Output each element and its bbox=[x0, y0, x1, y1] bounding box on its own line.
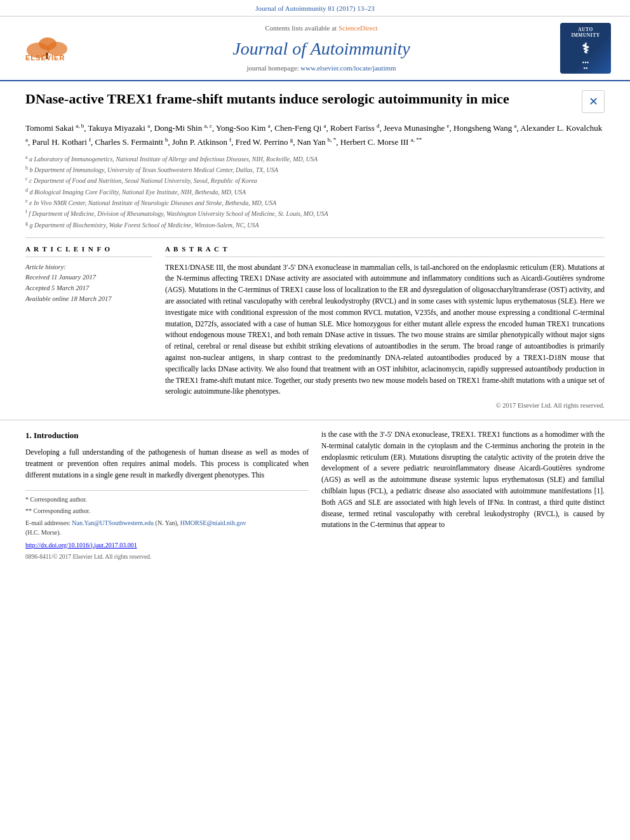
journal-homepage-link[interactable]: www.elsevier.com/locate/jautimm bbox=[300, 64, 396, 72]
sciencedirect-link[interactable]: ScienceDirect bbox=[338, 24, 378, 32]
introduction-section: 1. Introduction Developing a full unders… bbox=[0, 429, 630, 562]
intro-paragraph-left: Developing a full understanding of the p… bbox=[25, 447, 309, 481]
article-info-heading: A R T I C L E I N F O bbox=[25, 244, 152, 257]
svg-text:ELSEVIER: ELSEVIER bbox=[25, 54, 65, 61]
section-divider bbox=[0, 420, 630, 420]
footnote-emails: E-mail addresses: Nan.Yan@UTSouthwestern… bbox=[25, 518, 309, 538]
doi-line: http://dx.doi.org/10.1016/j.jaut.2017.03… bbox=[25, 540, 309, 550]
badge-icon: ⚕ bbox=[582, 39, 589, 59]
authors-line: Tomomi Sakai a, b, Takuya Miyazaki a, Do… bbox=[25, 121, 605, 150]
abstract-heading: A B S T R A C T bbox=[165, 244, 605, 257]
email-hmorse-link[interactable]: HMORSE@niaid.nih.gov bbox=[180, 519, 246, 526]
footnotes: * Corresponding author. ** Corresponding… bbox=[25, 490, 309, 538]
article-info-column: A R T I C L E I N F O Article history: R… bbox=[25, 244, 152, 411]
autoimmunity-badge-area: AUTOIMMUNITY ⚕ ●●●●● bbox=[554, 23, 617, 74]
elsevier-logo-area: ELSEVIER bbox=[13, 32, 89, 64]
journal-homepage-line: journal homepage: www.elsevier.com/locat… bbox=[89, 63, 554, 73]
journal-title-area: Contents lists available at ScienceDirec… bbox=[89, 23, 554, 73]
email-nan-yan-link[interactable]: Nan.Yan@UTSouthwestern.edu bbox=[72, 519, 154, 526]
elsevier-tree-icon: ELSEVIER bbox=[22, 32, 73, 61]
affiliations: a a Laboratory of Immunogenetics, Nation… bbox=[25, 154, 605, 230]
article-main: DNase-active TREX1 frame-shift mutants i… bbox=[0, 81, 630, 411]
journal-header: ELSEVIER Contents lists available at Sci… bbox=[0, 17, 630, 81]
copyright-line: © 2017 Elsevier Ltd. All rights reserved… bbox=[165, 401, 605, 411]
footnote-corresponding1: * Corresponding author. bbox=[25, 495, 309, 505]
abstract-text: TREX1/DNASE III, the most abundant 3′-5′… bbox=[165, 262, 605, 398]
contents-available-line: Contents lists available at ScienceDirec… bbox=[89, 23, 554, 33]
intro-paragraph-right: is the case with the 3′-5′ DNA exonuclea… bbox=[321, 429, 605, 531]
intro-col-left: 1. Introduction Developing a full unders… bbox=[25, 429, 309, 562]
crossmark-badge[interactable]: ✕ bbox=[582, 90, 605, 113]
article-info-abstract-section: A R T I C L E I N F O Article history: R… bbox=[25, 237, 605, 411]
journal-reference: Journal of Autoimmunity 81 (2017) 13–23 bbox=[0, 0, 630, 17]
section-heading: 1. Introduction bbox=[25, 429, 309, 442]
article-history: Article history: Received 11 January 201… bbox=[25, 262, 152, 305]
abstract-column: A B S T R A C T TREX1/DNASE III, the mos… bbox=[165, 244, 605, 411]
journal-title: Journal of Autoimmunity bbox=[89, 36, 554, 61]
autoimmunity-badge: AUTOIMMUNITY ⚕ ●●●●● bbox=[560, 23, 611, 74]
article-title: DNase-active TREX1 frame-shift mutants i… bbox=[25, 90, 575, 109]
intro-col-right: is the case with the 3′-5′ DNA exonuclea… bbox=[321, 429, 605, 562]
issn-line: 0896-8411/© 2017 Elsevier Ltd. All right… bbox=[25, 552, 309, 562]
doi-link[interactable]: http://dx.doi.org/10.1016/j.jaut.2017.03… bbox=[25, 542, 137, 549]
footnote-corresponding2: ** Corresponding author. bbox=[25, 506, 309, 516]
